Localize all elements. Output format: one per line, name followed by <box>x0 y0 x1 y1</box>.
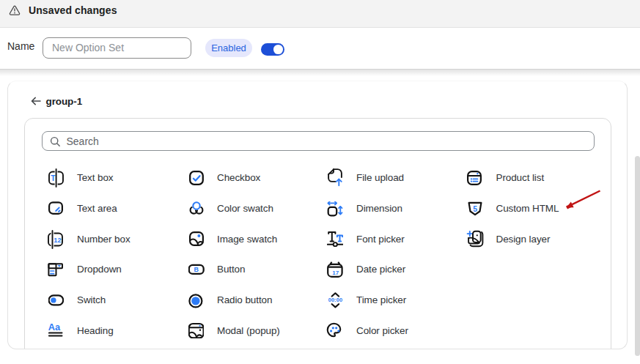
svg-text:12: 12 <box>54 237 61 244</box>
svg-text:B: B <box>194 266 199 273</box>
svg-text:5: 5 <box>473 204 477 212</box>
svg-text:17: 17 <box>332 270 339 276</box>
svg-text:00:00: 00:00 <box>328 297 342 303</box>
svg-text:T: T <box>51 174 56 182</box>
svg-text:Aa: Aa <box>48 322 61 333</box>
